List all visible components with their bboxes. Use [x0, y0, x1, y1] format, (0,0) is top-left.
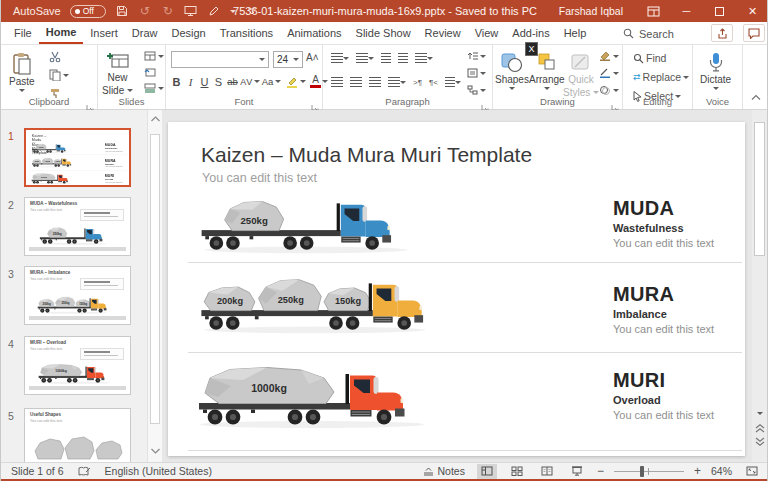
highlight-dropdown-icon[interactable]: [300, 80, 306, 83]
mura-text-block[interactable]: MURA Imbalance You can edit this text: [613, 284, 743, 335]
tab-transitions[interactable]: Transitions: [213, 22, 280, 44]
tab-slide-show[interactable]: Slide Show: [349, 22, 418, 44]
comments-button[interactable]: [743, 24, 765, 42]
justify-button[interactable]: [388, 77, 406, 87]
tab-animations[interactable]: Animations: [280, 22, 348, 44]
next-slide-button[interactable]: [755, 437, 765, 446]
tab-home[interactable]: Home: [39, 22, 84, 44]
share-button[interactable]: [711, 24, 733, 42]
text-direction-ltr-icon[interactable]: >¶: [413, 78, 422, 87]
start-presentation-icon[interactable]: [184, 4, 198, 18]
section-button[interactable]: [142, 82, 166, 94]
zoom-level[interactable]: 64%: [711, 465, 732, 477]
paste-button[interactable]: Paste: [9, 48, 35, 92]
slide-canvas[interactable]: Kaizen – Muda Mura Muri Template You can…: [168, 122, 745, 456]
pen-mode-icon[interactable]: [207, 4, 221, 18]
dictate-button[interactable]: Dictate: [700, 48, 731, 90]
highlight-color-button[interactable]: [286, 76, 299, 88]
new-slide-button[interactable]: New Slide: [102, 48, 133, 97]
align-center-button[interactable]: [350, 77, 362, 87]
search-box[interactable]: Search: [623, 22, 674, 45]
zoom-slider-thumb[interactable]: [640, 466, 644, 477]
autosave-toggle[interactable]: Off: [70, 5, 106, 18]
numbering-button[interactable]: [356, 53, 374, 63]
slide-indicator[interactable]: Slide 1 of 6: [11, 465, 64, 477]
increase-indent-button[interactable]: [398, 53, 408, 63]
shape-fill-button[interactable]: [597, 50, 621, 62]
panel-scrollbar-thumb[interactable]: [150, 134, 160, 424]
close-button[interactable]: ✕: [736, 0, 768, 22]
truck-muri[interactable]: 1000kg: [197, 366, 447, 430]
columns-button[interactable]: [445, 77, 461, 87]
slide-4-thumbnail[interactable]: MURI – Overload You can edit this text: [24, 336, 131, 395]
copy-button[interactable]: [47, 68, 71, 82]
cut-button[interactable]: [47, 50, 71, 64]
shape-effects-button[interactable]: [597, 84, 621, 96]
clipboard-dialog-launcher-icon[interactable]: [86, 98, 94, 106]
zoom-out-button[interactable]: −: [597, 464, 604, 478]
paragraph-dialog-launcher-icon[interactable]: [481, 98, 489, 106]
reading-view-button[interactable]: [537, 464, 557, 479]
previous-slide-button[interactable]: [755, 424, 765, 433]
change-case-dropdown-icon[interactable]: [275, 80, 281, 83]
font-color-button[interactable]: A: [310, 75, 321, 88]
align-right-button[interactable]: [369, 77, 381, 87]
slide-1-thumbnail[interactable]: Kaizen – Muda Mura Muri Template You can…: [24, 128, 131, 187]
italic-button[interactable]: I: [184, 76, 197, 88]
zoom-in-button[interactable]: +: [694, 464, 701, 478]
canvas-scrollbar-thumb[interactable]: [754, 122, 765, 256]
slide-show-button[interactable]: [567, 464, 587, 479]
increase-font-size-button[interactable]: A˄: [306, 52, 319, 63]
tab-design[interactable]: Design: [164, 22, 212, 44]
zoom-slider[interactable]: [614, 464, 684, 479]
slide-2-thumbnail[interactable]: MUDA – Wastefulness You can edit this te…: [24, 197, 131, 256]
minimize-button[interactable]: ─: [670, 0, 703, 22]
tab-help[interactable]: Help: [557, 22, 594, 44]
normal-view-button[interactable]: [477, 464, 497, 479]
tab-review[interactable]: Review: [418, 22, 468, 44]
fit-slide-to-window-button[interactable]: [742, 464, 762, 479]
line-spacing-button[interactable]: [415, 53, 433, 63]
collapse-ribbon-icon[interactable]: [751, 87, 761, 105]
font-name-combobox[interactable]: [171, 51, 269, 68]
undo-icon[interactable]: ↺: [138, 4, 152, 18]
scroll-down-icon[interactable]: [757, 412, 763, 415]
tab-insert[interactable]: Insert: [83, 22, 125, 44]
underline-button[interactable]: U: [198, 76, 211, 88]
reset-slide-button[interactable]: [142, 66, 166, 78]
tab-add-ins[interactable]: Add-ins: [505, 22, 556, 44]
slide-sorter-view-button[interactable]: [507, 464, 527, 479]
panel-scrollbar[interactable]: [147, 110, 162, 462]
shape-outline-button[interactable]: [597, 67, 621, 79]
notes-button[interactable]: Notes: [421, 464, 467, 478]
truck-muda[interactable]: 250kg: [199, 196, 431, 255]
tab-file[interactable]: File: [7, 22, 39, 44]
font-size-combobox[interactable]: 24: [273, 51, 303, 68]
save-icon[interactable]: [115, 4, 129, 18]
text-direction-button[interactable]: [465, 50, 488, 62]
language-status[interactable]: English (United States): [105, 465, 212, 477]
replace-button[interactable]: ⇄ Replace: [631, 70, 691, 84]
align-left-button[interactable]: [331, 77, 343, 87]
font-dialog-launcher-icon[interactable]: [311, 98, 319, 106]
shapes-button[interactable]: Shapes: [495, 48, 529, 90]
decrease-indent-button[interactable]: [381, 53, 391, 63]
user-name[interactable]: Farshad Iqbal: [559, 5, 623, 17]
panel-scroll-down-icon[interactable]: [151, 448, 160, 454]
panel-scroll-up-icon[interactable]: [151, 116, 160, 122]
change-case-button[interactable]: Aa: [261, 76, 274, 87]
muri-text-block[interactable]: MURI Overload You can edit this text: [613, 370, 743, 421]
accessibility-check-icon[interactable]: [78, 466, 91, 477]
ribbon-display-options-icon[interactable]: [637, 0, 670, 22]
redo-icon[interactable]: ↻: [161, 4, 175, 18]
slide-title[interactable]: Kaizen – Muda Mura Muri Template: [201, 143, 532, 167]
character-spacing-dropdown-icon[interactable]: [254, 80, 260, 83]
truck-mura[interactable]: 200kg 250kg 150kg: [199, 276, 449, 335]
muda-text-block[interactable]: MUDA Wastefulness You can edit this text: [613, 198, 743, 249]
maximize-button[interactable]: [703, 0, 736, 22]
quick-styles-button[interactable]: Quick Styles: [563, 48, 599, 99]
text-direction-rtl-icon[interactable]: ¶<: [429, 78, 438, 87]
align-text-button[interactable]: [465, 67, 488, 79]
text-shadow-button[interactable]: S: [212, 76, 225, 88]
convert-to-smartart-button[interactable]: [465, 84, 488, 96]
